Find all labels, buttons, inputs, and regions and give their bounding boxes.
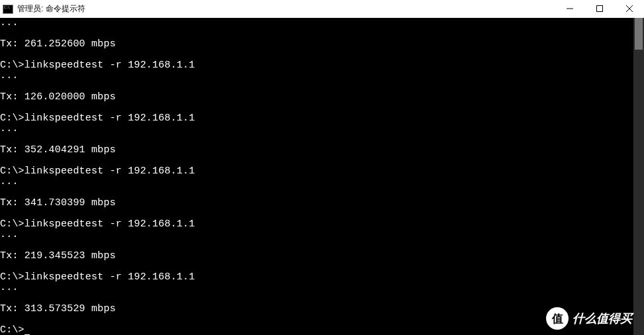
terminal-line bbox=[0, 134, 633, 145]
terminal-line bbox=[0, 156, 633, 166]
terminal-line: Tx: 341.730399 mbps bbox=[0, 198, 633, 209]
scrollbar-thumb[interactable] bbox=[635, 18, 643, 50]
terminal-line bbox=[0, 209, 633, 219]
terminal-line bbox=[0, 187, 633, 198]
terminal-line bbox=[0, 28, 633, 39]
terminal-line: ... bbox=[0, 18, 633, 28]
terminal-line: C:\>linkspeedtest -r 192.168.1.1 bbox=[0, 272, 633, 283]
terminal-line: Tx: 313.573529 mbps bbox=[0, 304, 633, 314]
close-button[interactable] bbox=[614, 0, 644, 17]
terminal-line: Tx: 126.020000 mbps bbox=[0, 92, 633, 103]
window-titlebar: 管理员: 命令提示符 bbox=[0, 0, 644, 18]
terminal-line: Tx: 352.404291 mbps bbox=[0, 145, 633, 156]
terminal-line: C:\> bbox=[0, 325, 633, 335]
terminal-line bbox=[0, 314, 633, 325]
terminal-line: ... bbox=[0, 230, 633, 240]
terminal-line: C:\>linkspeedtest -r 192.168.1.1 bbox=[0, 166, 633, 177]
terminal-line: C:\>linkspeedtest -r 192.168.1.1 bbox=[0, 113, 633, 124]
terminal-line bbox=[0, 81, 633, 92]
window-controls bbox=[555, 0, 644, 18]
terminal-line: ... bbox=[0, 177, 633, 187]
terminal-line: ... bbox=[0, 283, 633, 293]
terminal-line bbox=[0, 262, 633, 272]
terminal-line bbox=[0, 50, 633, 60]
cmd-icon bbox=[3, 5, 13, 14]
terminal-line bbox=[0, 103, 633, 113]
maximize-button[interactable] bbox=[584, 0, 614, 17]
terminal-line: ... bbox=[0, 124, 633, 134]
terminal-output[interactable]: ... Tx: 261.252600 mbps C:\>linkspeedtes… bbox=[0, 18, 633, 335]
terminal-line: Tx: 219.345523 mbps bbox=[0, 251, 633, 262]
window-title: 管理员: 命令提示符 bbox=[17, 3, 85, 15]
terminal-line: C:\>linkspeedtest -r 192.168.1.1 bbox=[0, 60, 633, 71]
terminal-line bbox=[0, 240, 633, 251]
minimize-button[interactable] bbox=[555, 0, 584, 17]
svg-rect-1 bbox=[596, 6, 602, 12]
terminal-line: Tx: 261.252600 mbps bbox=[0, 39, 633, 50]
terminal-line: C:\>linkspeedtest -r 192.168.1.1 bbox=[0, 219, 633, 230]
terminal-line: ... bbox=[0, 71, 633, 81]
terminal-line bbox=[0, 293, 633, 304]
scrollbar-track[interactable] bbox=[633, 18, 644, 335]
